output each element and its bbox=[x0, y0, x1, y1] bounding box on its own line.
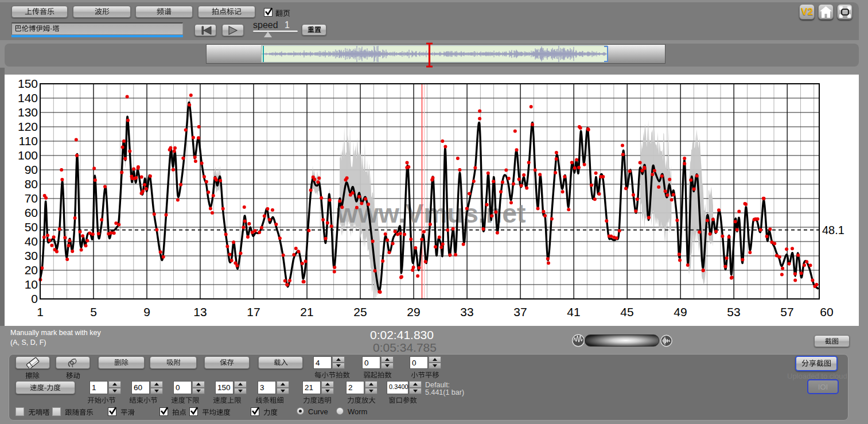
svg-text:57: 57 bbox=[780, 305, 793, 318]
svg-text:33: 33 bbox=[460, 305, 473, 318]
svg-text:20: 20 bbox=[25, 263, 38, 277]
svg-text:70: 70 bbox=[25, 192, 38, 205]
svg-text:30: 30 bbox=[25, 249, 38, 262]
svg-text:49: 49 bbox=[674, 305, 687, 318]
svg-text:37: 37 bbox=[513, 305, 527, 318]
svg-text:10: 10 bbox=[25, 278, 38, 291]
svg-text:50: 50 bbox=[25, 220, 38, 234]
svg-text:9: 9 bbox=[143, 305, 150, 318]
svg-text:48.1: 48.1 bbox=[822, 224, 844, 236]
svg-text:90: 90 bbox=[25, 163, 38, 176]
svg-text:17: 17 bbox=[247, 305, 260, 318]
svg-text:53: 53 bbox=[727, 305, 740, 318]
svg-text:150: 150 bbox=[18, 77, 38, 90]
svg-text:29: 29 bbox=[407, 305, 420, 318]
svg-text:110: 110 bbox=[19, 134, 38, 147]
svg-text:100: 100 bbox=[18, 149, 38, 162]
svg-text:130: 130 bbox=[18, 106, 38, 119]
svg-text:13: 13 bbox=[193, 305, 207, 318]
svg-text:21: 21 bbox=[300, 305, 313, 318]
svg-text:0: 0 bbox=[31, 292, 38, 305]
svg-text:5: 5 bbox=[90, 305, 97, 318]
svg-text:120: 120 bbox=[18, 120, 38, 133]
svg-text:60: 60 bbox=[25, 206, 38, 219]
svg-text:45: 45 bbox=[620, 305, 633, 318]
svg-text:41: 41 bbox=[567, 305, 580, 318]
svg-text:1: 1 bbox=[37, 305, 44, 318]
svg-text:60: 60 bbox=[820, 305, 833, 318]
svg-text:40: 40 bbox=[25, 235, 38, 248]
svg-text:140: 140 bbox=[18, 91, 38, 104]
svg-text:25: 25 bbox=[353, 305, 367, 318]
svg-text:80: 80 bbox=[25, 177, 38, 190]
